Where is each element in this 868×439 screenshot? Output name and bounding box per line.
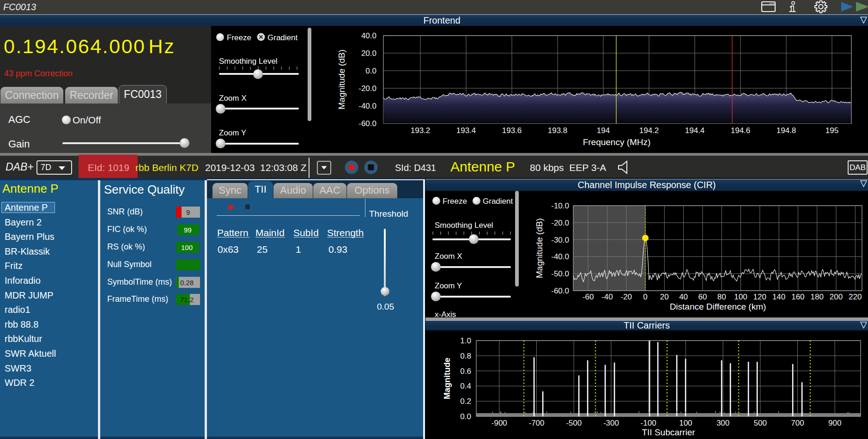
- svg-text:200: 200: [830, 293, 843, 301]
- svg-text:60: 60: [698, 293, 707, 301]
- svg-text:900: 900: [828, 419, 841, 427]
- svg-text:-60.0: -60.0: [551, 287, 569, 295]
- svg-text:193.6: 193.6: [502, 126, 522, 135]
- svg-text:120: 120: [753, 293, 766, 301]
- svg-text:-40: -40: [601, 293, 613, 301]
- svg-text:0.4: 0.4: [460, 382, 471, 390]
- svg-text:194: 194: [597, 126, 610, 135]
- svg-text:40: 40: [679, 293, 688, 301]
- svg-text:-20.0: -20.0: [358, 84, 376, 93]
- svg-text:300: 300: [716, 419, 729, 427]
- svg-text:140: 140: [772, 293, 785, 301]
- svg-text:-500: -500: [566, 419, 582, 427]
- svg-text:Distance Difference (km): Distance Difference (km): [670, 302, 766, 311]
- svg-text:100: 100: [734, 293, 747, 301]
- svg-text:40.0: 40.0: [361, 31, 376, 40]
- svg-text:180: 180: [811, 293, 824, 301]
- svg-text:193.2: 193.2: [411, 126, 431, 135]
- svg-text:Magnitude (dB): Magnitude (dB): [534, 218, 544, 278]
- svg-text:-40.0: -40.0: [551, 252, 569, 261]
- svg-text:-300: -300: [603, 419, 619, 427]
- svg-text:-20.0: -20.0: [551, 219, 569, 227]
- svg-text:20: 20: [660, 293, 669, 301]
- svg-text:700: 700: [791, 419, 804, 427]
- svg-text:0.0: 0.0: [460, 412, 471, 421]
- svg-text:193.4: 193.4: [456, 126, 476, 135]
- svg-text:0.2: 0.2: [460, 397, 471, 406]
- svg-text:TII Subcarrier: TII Subcarrier: [642, 427, 695, 437]
- svg-text:-50.0: -50.0: [551, 269, 569, 278]
- svg-text:194.8: 194.8: [777, 126, 796, 135]
- svg-text:20.0: 20.0: [361, 49, 376, 58]
- svg-text:500: 500: [754, 419, 767, 427]
- svg-text:160: 160: [791, 293, 804, 301]
- svg-text:100: 100: [679, 419, 692, 427]
- svg-text:220: 220: [849, 293, 862, 301]
- svg-text:-60.0: -60.0: [358, 119, 376, 128]
- svg-text:Magnitude (dB): Magnitude (dB): [337, 49, 346, 110]
- svg-text:Frequency (MHz): Frequency (MHz): [583, 137, 651, 147]
- svg-text:0.8: 0.8: [460, 352, 471, 360]
- svg-text:80: 80: [717, 293, 726, 301]
- svg-text:0.6: 0.6: [460, 367, 471, 376]
- svg-text:Magnitude: Magnitude: [443, 358, 452, 399]
- svg-text:1.0: 1.0: [460, 336, 471, 345]
- svg-text:194.2: 194.2: [639, 126, 659, 135]
- svg-text:-20: -20: [620, 293, 632, 301]
- svg-text:-100: -100: [641, 419, 656, 427]
- svg-text:194.4: 194.4: [685, 126, 705, 135]
- svg-text:-900: -900: [492, 419, 507, 427]
- svg-text:-60: -60: [583, 293, 594, 301]
- svg-text:193.8: 193.8: [548, 126, 568, 135]
- svg-text:-10.0: -10.0: [551, 201, 569, 210]
- svg-text:-700: -700: [528, 419, 544, 427]
- svg-text:0: 0: [643, 293, 647, 301]
- svg-text:195: 195: [826, 126, 838, 135]
- svg-text:-40.0: -40.0: [358, 102, 376, 110]
- svg-text:0.0: 0.0: [365, 67, 376, 75]
- svg-text:-30.0: -30.0: [551, 236, 569, 244]
- svg-text:194.6: 194.6: [731, 126, 751, 135]
